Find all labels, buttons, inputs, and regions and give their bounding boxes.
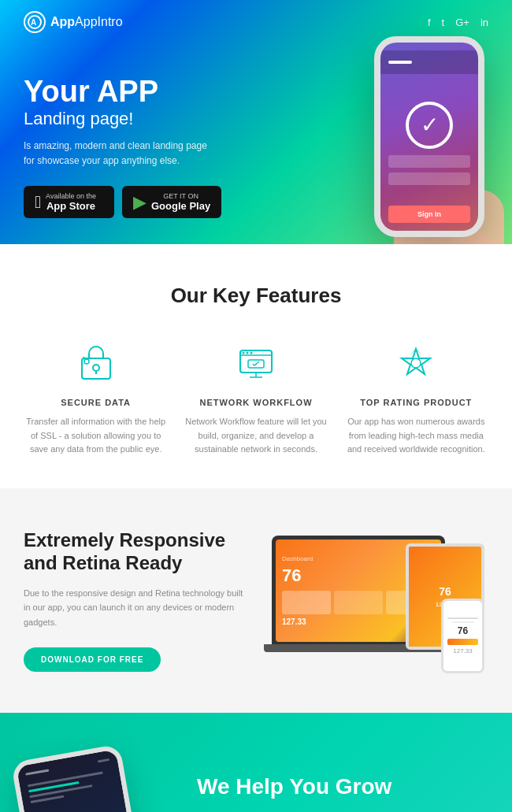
feature-name-network: NETWORK WORKFLOW (184, 398, 328, 407)
store-buttons:  Available on the App Store ▶ GET IT ON… (24, 186, 488, 218)
svg-rect-9 (82, 358, 110, 379)
svg-point-16 (246, 352, 248, 354)
svg-point-15 (242, 352, 244, 354)
top-rating-icon (392, 339, 440, 387)
laptop-number: 76 (282, 565, 301, 586)
playstore-button[interactable]: ▶ GET IT ON Google Play (122, 186, 221, 218)
phone-mini-screen: 76 127.33 (443, 601, 482, 671)
features-section: Our Key Features SECURE DATA Transfer al… (0, 244, 512, 488)
responsive-description: Due to the responsive design and Retina … (24, 586, 244, 630)
feature-desc-secure: Transfer all information with the help o… (24, 415, 168, 457)
responsive-section: Extremely Responsive and Retina Ready Du… (0, 488, 512, 713)
feature-name-secure: SECURE DATA (24, 398, 168, 407)
linkedin-link[interactable]: in (480, 17, 488, 28)
feature-desc-rating: Our app has won numerous awards from lea… (344, 415, 488, 457)
twitter-link[interactable]: t (442, 17, 445, 28)
appstore-button[interactable]:  Available on the App Store (24, 186, 114, 218)
features-title: Our Key Features (24, 284, 488, 308)
laptop-sub-number: 127.33 (282, 617, 306, 626)
googleplus-link[interactable]: G+ (455, 17, 469, 28)
secure-data-icon (72, 339, 120, 387)
responsive-title: Extremely Responsive and Retina Ready (24, 529, 244, 575)
svg-point-10 (93, 365, 99, 371)
feature-name-rating: TOP RATING PRODUCT (344, 398, 488, 407)
logo-icon: A (24, 11, 46, 33)
grow-phone-area (24, 752, 181, 812)
svg-rect-13 (240, 350, 272, 373)
hero-text: Your APP Landing page! Is amazing, moder… (24, 60, 488, 218)
tablet-number: 76 (439, 585, 451, 598)
mini-number: 76 (458, 625, 468, 636)
svg-point-12 (84, 359, 89, 364)
nav-social: f t G+ in (428, 17, 488, 28)
download-button[interactable]: DOWNLOAD FOR FREE (24, 647, 161, 672)
grow-section: We Help You Grow AppIntro Mobile App ena… (0, 713, 512, 812)
play-icon: ▶ (133, 194, 147, 211)
grow-text: We Help You Grow AppIntro Mobile App ena… (197, 774, 488, 812)
svg-point-21 (411, 358, 421, 368)
hero-title: Your APP (24, 76, 488, 109)
feature-network-workflow: NETWORK WORKFLOW Network Workflow featur… (184, 339, 328, 457)
feature-desc-network: Network Workflow feature will let you bu… (184, 415, 328, 457)
apple-icon:  (35, 194, 41, 211)
logo: A AppAppIntro (24, 11, 123, 33)
grow-phone-mockup (11, 743, 147, 812)
playstore-label: GET IT ON Google Play (151, 192, 210, 212)
hero-section: A AppAppIntro f t G+ in Your APP Landing… (0, 0, 512, 244)
hero-content: Your APP Landing page! Is amazing, moder… (0, 44, 512, 242)
features-grid: SECURE DATA Transfer all information wit… (24, 339, 488, 457)
responsive-text: Extremely Responsive and Retina Ready Du… (24, 529, 244, 672)
devices-mockup: Dashboard 76 127.33 76 (272, 528, 484, 673)
grow-phone-screen (17, 749, 142, 812)
grow-title: We Help You Grow (197, 774, 488, 799)
responsive-image: Dashboard 76 127.33 76 (268, 528, 488, 673)
svg-text:A: A (31, 18, 36, 27)
svg-point-17 (250, 352, 252, 354)
feature-top-rating: TOP RATING PRODUCT Our app has won numer… (344, 339, 488, 457)
phone-mini-mockup: 76 127.33 (441, 599, 484, 673)
appstore-label: Available on the App Store (46, 192, 96, 212)
feature-secure-data: SECURE DATA Transfer all information wit… (24, 339, 168, 457)
facebook-link[interactable]: f (428, 17, 431, 28)
logo-text: AppAppIntro (50, 15, 123, 29)
mini-sub-text: 127.33 (453, 647, 472, 654)
hero-subtitle: Landing page! (24, 109, 488, 129)
network-workflow-icon (232, 339, 280, 387)
hero-description: Is amazing, modern and clean landing pag… (24, 139, 213, 169)
